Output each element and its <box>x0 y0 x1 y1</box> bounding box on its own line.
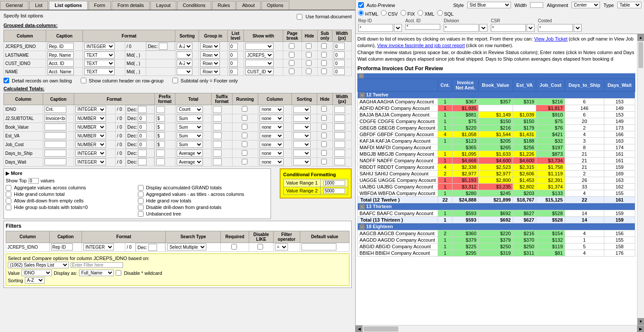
auto-preview-label[interactable]: Auto-Preview <box>358 2 395 8</box>
style-select[interactable]: Std Blue <box>467 2 511 8</box>
gc-showwith1[interactable] <box>245 43 274 50</box>
filter-disablelike-1[interactable] <box>257 244 263 250</box>
horizontal-scrollbar[interactable]: ◀ ▶ <box>356 325 644 332</box>
ct-sorting-6[interactable] <box>293 150 311 157</box>
ct-prefix-2[interactable] <box>156 115 165 122</box>
width-input[interactable] <box>530 2 543 8</box>
gc-showwith4[interactable]: CUST_IDN <box>245 68 274 75</box>
ct-dec-4[interactable] <box>138 132 147 139</box>
gc-sorting3[interactable]: A-Z <box>177 60 192 67</box>
ct-column-1[interactable]: none <box>260 106 284 113</box>
hscroll-thumb[interactable] <box>363 326 398 332</box>
row-wbfda[interactable]: WBFDA WBFDA Company Account 1 $280 $245 … <box>358 190 635 196</box>
row-uagge[interactable]: UAGGE UAGGE Company Account 1 $5,193 $2,… <box>358 177 635 183</box>
tab-list-options[interactable]: List options <box>49 1 87 10</box>
ct-running-3[interactable] <box>242 124 247 130</box>
ct-width-7[interactable] <box>334 158 345 165</box>
scroll-thumb[interactable] <box>638 42 643 68</box>
filter-caption-1[interactable] <box>51 243 73 250</box>
aggregated-titles-label[interactable]: Aggregated values - as titles - across c… <box>138 192 269 197</box>
ct-width-6[interactable] <box>334 150 345 157</box>
filter-operator-1[interactable]: = <box>275 243 288 250</box>
detail-records-label[interactable]: Detail records on own listing <box>3 78 72 83</box>
display-grand-cb[interactable] <box>138 185 144 191</box>
ct-format-1[interactable]: INTEGER <box>75 106 106 113</box>
gc-groupin2[interactable]: Rows <box>200 51 220 58</box>
ct-width-1[interactable] <box>334 106 345 113</box>
gc-caption2[interactable] <box>48 51 74 58</box>
gc-width2[interactable] <box>334 51 345 58</box>
row-aagdd[interactable]: AAGDD AAGDD Company Account 1 $379 $379 … <box>358 236 635 243</box>
gc-format3[interactable]: TEXT <box>84 60 115 67</box>
row-bbieh[interactable]: BBIEH BBIEH Company Account 1 $295 $319 … <box>358 250 635 256</box>
tab-list[interactable]: List <box>29 1 48 10</box>
filter-entry-input[interactable] <box>71 262 123 268</box>
auto-preview-checkbox[interactable] <box>358 2 364 8</box>
html-radio[interactable] <box>358 10 364 16</box>
detail-records-checkbox[interactable] <box>3 78 9 83</box>
gc-sorting2[interactable] <box>177 51 192 58</box>
gc-width4[interactable] <box>334 68 345 75</box>
view-invoice-link[interactable]: View invoice fascimile and job cost repo… <box>377 43 465 48</box>
ct-dec-5[interactable] <box>138 141 147 148</box>
hide-group-sub-label[interactable]: Hide group sub-totals with totals=0 <box>6 205 137 210</box>
ct-hide-4[interactable] <box>321 133 327 138</box>
gc-showwith3[interactable] <box>245 60 274 67</box>
ct-prefix-5[interactable] <box>156 141 165 148</box>
ct-dec-6[interactable] <box>138 150 147 157</box>
filter-searchtype-1[interactable]: Select Multiple <box>167 243 206 250</box>
gc-listlevel4[interactable] <box>229 68 238 75</box>
ct-caption-4[interactable] <box>45 132 66 139</box>
gc-listlevel3[interactable] <box>229 60 238 67</box>
gc-pagebreak2[interactable] <box>289 52 295 58</box>
xml-radio[interactable] <box>418 10 423 16</box>
ct-hide-7[interactable] <box>321 159 327 164</box>
sql-radio-label[interactable]: SQL <box>437 10 454 17</box>
ct-dec-7[interactable] <box>138 158 147 165</box>
tab-layout[interactable]: Layout <box>151 1 176 10</box>
aggregate-values-label[interactable]: Aggregate values across columns <box>6 185 137 191</box>
ct-hide-1[interactable] <box>321 106 327 112</box>
repid-filter-select[interactable] <box>394 24 402 32</box>
ct-running-2[interactable] <box>242 115 247 121</box>
ct-width-2[interactable] <box>334 115 345 122</box>
collapse-13-btn[interactable]: − <box>360 204 365 209</box>
gc-format2[interactable]: TEXT <box>84 51 115 58</box>
row-rbddt[interactable]: RBDDT RBDDT Company Account 4 $2,338 $2,… <box>358 164 635 170</box>
gc-width3[interactable] <box>334 60 345 67</box>
tab-general[interactable]: General <box>0 1 28 10</box>
ct-format-3[interactable]: NUMBER <box>75 123 106 130</box>
repid-filter-input[interactable] <box>358 24 393 32</box>
costed-filter-input[interactable] <box>538 24 573 32</box>
ct-format-2[interactable]: NUMBER <box>75 115 106 122</box>
ct-width-3[interactable] <box>334 123 345 130</box>
row-kafja[interactable]: KAFJA KAFJA Company Account 1 $123 $205 … <box>358 137 635 144</box>
filter-format-1[interactable]: INTEGER <box>83 243 114 250</box>
row-gbfdf[interactable]: GBFDF GBFDF Company Account 4 $1,058 $1,… <box>358 131 635 137</box>
filter-required-1[interactable] <box>231 244 237 250</box>
vertical-scrollbar[interactable]: ▲ ▼ <box>637 34 644 325</box>
ct-suffix-5[interactable] <box>213 141 222 148</box>
ct-column-4[interactable]: none <box>260 132 284 139</box>
gc-groupin4[interactable]: Rows <box>200 68 220 75</box>
ct-running-1[interactable] <box>242 106 247 112</box>
use-format-doc-checkbox[interactable] <box>297 14 302 20</box>
row-mbgjb[interactable]: MBGJB MBGJB Company Account 1 $1,095 $1,… <box>358 151 635 157</box>
filter-sorting-select[interactable]: A-Z <box>25 277 45 284</box>
hide-grand-row-cb[interactable] <box>138 198 144 204</box>
scroll-right-btn[interactable]: ▶ <box>637 325 644 332</box>
gc-hide1[interactable] <box>306 43 312 49</box>
ct-width-4[interactable] <box>334 132 345 139</box>
ct-dec-2[interactable] <box>138 115 147 122</box>
disable-drilldown-label[interactable]: Disable drill-down from grand-totals <box>138 205 269 210</box>
ct-hide-6[interactable] <box>321 150 327 156</box>
division-filter-select[interactable] <box>480 24 487 32</box>
filter-default-1[interactable] <box>301 243 336 250</box>
ct-caption-7[interactable] <box>45 158 66 165</box>
gc-caption4[interactable] <box>48 68 74 75</box>
gc-hide3[interactable] <box>306 60 312 66</box>
html-radio-label[interactable]: HTML <box>358 10 378 17</box>
disable-wildcard-label[interactable]: Disable * wildcard <box>116 270 162 276</box>
csr-filter-select[interactable] <box>527 24 534 32</box>
hscroll-track[interactable] <box>363 325 637 332</box>
